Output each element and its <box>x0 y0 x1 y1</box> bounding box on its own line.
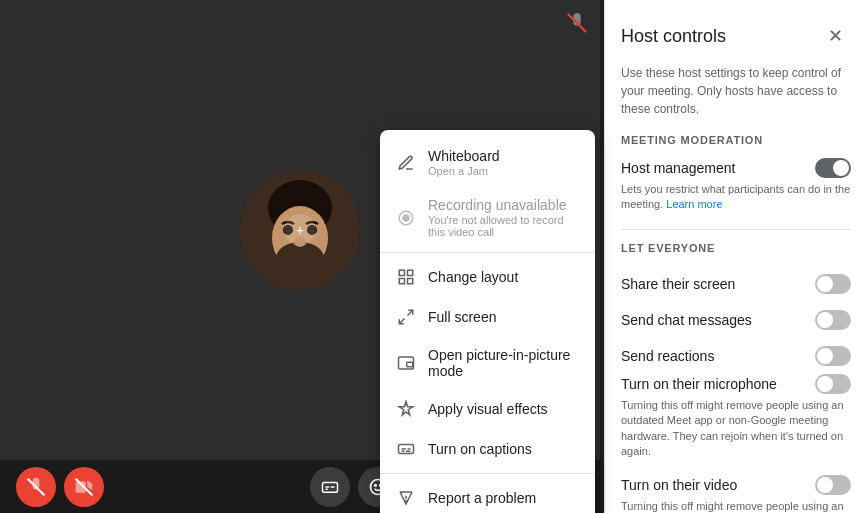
change-layout-label: Change layout <box>428 269 518 285</box>
microphone-desc: Turning this off might remove people usi… <box>621 398 851 460</box>
video-control: Turn on their video Turning this off mig… <box>621 475 851 513</box>
context-menu: Whiteboard Open a Jam Recording unavaila… <box>380 130 595 513</box>
let-everyone-label: LET EVERYONE <box>621 242 851 254</box>
share-screen-row: Share their screen <box>621 266 851 302</box>
svg-line-14 <box>408 310 413 315</box>
report-problem-icon <box>396 488 416 508</box>
chat-messages-row: Send chat messages <box>621 302 851 338</box>
share-screen-toggle[interactable] <box>815 274 851 294</box>
host-controls-description: Use these host settings to keep control … <box>605 60 867 134</box>
reactions-row: Send reactions <box>621 338 851 374</box>
full-screen-label: Full screen <box>428 309 496 325</box>
menu-divider-1 <box>380 252 595 253</box>
recording-content: Recording unavailable You're not allowed… <box>428 197 579 238</box>
fullscreen-icon <box>396 307 416 327</box>
host-management-row: Host management <box>621 158 851 178</box>
svg-rect-33 <box>322 482 337 492</box>
svg-rect-12 <box>399 279 404 284</box>
video-label: Turn on their video <box>621 477 737 493</box>
microphone-toggle[interactable] <box>815 374 851 394</box>
recording-sublabel: You're not allowed to record this video … <box>428 214 579 238</box>
captions-icon <box>396 439 416 459</box>
svg-point-9 <box>403 215 409 221</box>
layout-icon <box>396 267 416 287</box>
mic-muted-icon <box>26 477 46 497</box>
microphone-label: Turn on their microphone <box>621 376 777 392</box>
menu-divider-2 <box>380 473 595 474</box>
svg-rect-13 <box>408 279 413 284</box>
toolbar-left <box>16 467 104 507</box>
captions-toolbar-icon <box>321 478 339 496</box>
chat-messages-toggle[interactable] <box>815 310 851 330</box>
menu-item-pip[interactable]: Open picture-in-picture mode <box>380 337 595 389</box>
menu-item-captions[interactable]: Turn on captions <box>380 429 595 469</box>
svg-line-15 <box>399 319 404 324</box>
meeting-moderation-label: MEETING MODERATION <box>621 134 851 146</box>
host-controls-header: Host controls ✕ <box>605 0 867 60</box>
whiteboard-label: Whiteboard <box>428 148 500 164</box>
microphone-control: Turn on their microphone Turning this of… <box>621 374 851 460</box>
mic-muted-video-indicator <box>566 12 588 39</box>
chat-messages-label: Send chat messages <box>621 312 752 328</box>
learn-more-link[interactable]: Learn more <box>666 198 722 210</box>
svg-rect-17 <box>407 362 413 367</box>
visual-effects-icon <box>396 399 416 419</box>
report-problem-label: Report a problem <box>428 490 536 506</box>
whiteboard-menu-content: Whiteboard Open a Jam <box>428 148 500 177</box>
svg-point-24 <box>406 501 407 502</box>
video-off-button[interactable] <box>64 467 104 507</box>
pip-label: Open picture-in-picture mode <box>428 347 579 379</box>
recording-label: Recording unavailable <box>428 197 579 213</box>
svg-rect-11 <box>408 270 413 275</box>
host-management-control: Host management Lets you restrict what p… <box>621 158 851 213</box>
reactions-label: Send reactions <box>621 348 714 364</box>
menu-item-report-problem[interactable]: Report a problem <box>380 478 595 513</box>
svg-point-38 <box>374 484 376 486</box>
menu-item-visual-effects[interactable]: Apply visual effects <box>380 389 595 429</box>
captions-button[interactable] <box>310 467 350 507</box>
mic-mute-button[interactable] <box>16 467 56 507</box>
menu-item-full-screen[interactable]: Full screen <box>380 297 595 337</box>
menu-item-whiteboard[interactable]: Whiteboard Open a Jam <box>380 138 595 187</box>
microphone-row: Turn on their microphone <box>621 374 851 394</box>
video-toggle[interactable] <box>815 475 851 495</box>
participant-avatar-container: + <box>240 170 360 290</box>
video-row: Turn on their video <box>621 475 851 495</box>
whiteboard-sublabel: Open a Jam <box>428 165 500 177</box>
host-controls-body: MEETING MODERATION Host management Lets … <box>605 134 867 513</box>
participant-avatar: + <box>240 170 360 290</box>
host-management-name: Host management <box>621 160 735 176</box>
share-screen-label: Share their screen <box>621 276 735 292</box>
menu-item-change-layout[interactable]: Change layout <box>380 257 595 297</box>
visual-effects-label: Apply visual effects <box>428 401 548 417</box>
menu-item-recording: Recording unavailable You're not allowed… <box>380 187 595 248</box>
recording-icon <box>396 208 416 228</box>
section-divider <box>621 229 851 230</box>
participant-mic-icon: + <box>284 214 316 246</box>
host-management-toggle[interactable] <box>815 158 851 178</box>
pip-icon <box>396 353 416 373</box>
host-controls-title: Host controls <box>621 26 726 47</box>
whiteboard-icon <box>396 153 416 173</box>
host-management-desc: Lets you restrict what participants can … <box>621 182 851 213</box>
captions-label: Turn on captions <box>428 441 532 457</box>
let-everyone-section: LET EVERYONE Share their screen Send cha… <box>621 242 851 513</box>
close-button[interactable]: ✕ <box>819 20 851 52</box>
host-controls-panel: Host controls ✕ Use these host settings … <box>604 0 867 513</box>
video-desc: Turning this off might remove people usi… <box>621 499 851 513</box>
video-off-icon <box>74 477 94 497</box>
svg-rect-10 <box>399 270 404 275</box>
reactions-toggle[interactable] <box>815 346 851 366</box>
